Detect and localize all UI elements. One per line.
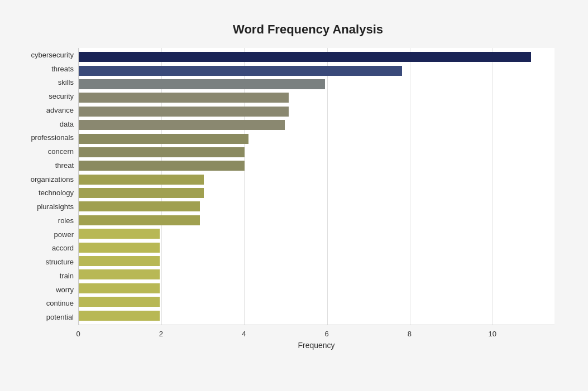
bar-row bbox=[79, 200, 543, 213]
bar-row bbox=[79, 119, 543, 131]
y-label: threats bbox=[17, 65, 78, 73]
x-axis-labels: Frequency 0246810 bbox=[78, 327, 554, 350]
y-label: threat bbox=[17, 162, 78, 169]
bar bbox=[79, 147, 245, 157]
bar-row bbox=[79, 228, 543, 240]
x-tick-label: 0 bbox=[76, 330, 80, 338]
bar-row bbox=[79, 296, 543, 308]
y-label: concern bbox=[17, 148, 78, 155]
bar bbox=[79, 311, 160, 321]
x-tick-label: 6 bbox=[324, 330, 328, 338]
bar bbox=[79, 229, 160, 239]
y-label: security bbox=[17, 93, 78, 100]
bar-row bbox=[79, 105, 543, 118]
bar-row bbox=[79, 78, 543, 90]
bar bbox=[79, 215, 200, 225]
bar-row bbox=[79, 242, 543, 254]
x-tick-label: 8 bbox=[408, 330, 412, 338]
y-label: advance bbox=[17, 107, 78, 114]
y-label: technology bbox=[17, 189, 78, 196]
bars-section: cybersecuritythreatsskillssecurityadvanc… bbox=[17, 48, 554, 325]
bar-row bbox=[79, 160, 543, 172]
chart-area: cybersecuritythreatsskillssecurityadvanc… bbox=[17, 48, 554, 350]
bar-row bbox=[79, 255, 543, 267]
bar-row bbox=[79, 214, 543, 226]
y-label: skills bbox=[17, 79, 78, 86]
y-label: worry bbox=[17, 286, 78, 293]
x-tick-label: 2 bbox=[159, 330, 163, 338]
bar bbox=[79, 297, 160, 307]
y-label: roles bbox=[17, 217, 78, 224]
y-label: organizations bbox=[17, 176, 78, 183]
y-label: train bbox=[17, 272, 78, 279]
bar bbox=[79, 93, 289, 103]
chart-container: Word Frequency Analysis cybersecuritythr… bbox=[11, 11, 577, 391]
x-tick-label: 4 bbox=[242, 330, 246, 338]
bar bbox=[79, 188, 204, 198]
bar-row bbox=[79, 268, 543, 281]
bar-row bbox=[79, 187, 543, 199]
bar-row bbox=[79, 282, 543, 295]
bar-row bbox=[79, 310, 543, 322]
bar-row bbox=[79, 173, 543, 186]
x-tick-label: 10 bbox=[489, 330, 496, 338]
y-label: professionals bbox=[17, 134, 78, 141]
y-label: power bbox=[17, 231, 78, 238]
bar-row bbox=[79, 91, 543, 104]
bar bbox=[79, 283, 160, 293]
bar bbox=[79, 66, 402, 76]
x-axis-section: Frequency 0246810 bbox=[17, 327, 554, 350]
y-label: pluralsights bbox=[17, 203, 78, 210]
bar bbox=[79, 256, 160, 266]
bar bbox=[79, 52, 531, 62]
bar bbox=[79, 79, 325, 89]
x-axis-spacer bbox=[17, 327, 78, 350]
y-labels: cybersecuritythreatsskillssecurityadvanc… bbox=[17, 48, 78, 325]
bar bbox=[79, 120, 285, 130]
bar bbox=[79, 175, 204, 185]
y-label: potential bbox=[17, 313, 78, 321]
bar-row bbox=[79, 65, 543, 77]
bar bbox=[79, 134, 248, 144]
y-label: accord bbox=[17, 244, 78, 252]
bars-plot bbox=[78, 48, 554, 325]
bar-row bbox=[79, 146, 543, 158]
bar bbox=[79, 201, 200, 211]
bar bbox=[79, 161, 245, 171]
bar bbox=[79, 243, 160, 253]
x-axis-title: Frequency bbox=[298, 341, 334, 350]
bar-row bbox=[79, 51, 543, 63]
y-label: structure bbox=[17, 258, 78, 266]
y-label: cybersecurity bbox=[17, 51, 78, 59]
y-label: continue bbox=[17, 300, 78, 307]
bar bbox=[79, 269, 160, 279]
bar bbox=[79, 107, 289, 117]
chart-title: Word Frequency Analysis bbox=[17, 22, 554, 37]
bar-row bbox=[79, 133, 543, 145]
y-label: data bbox=[17, 120, 78, 128]
